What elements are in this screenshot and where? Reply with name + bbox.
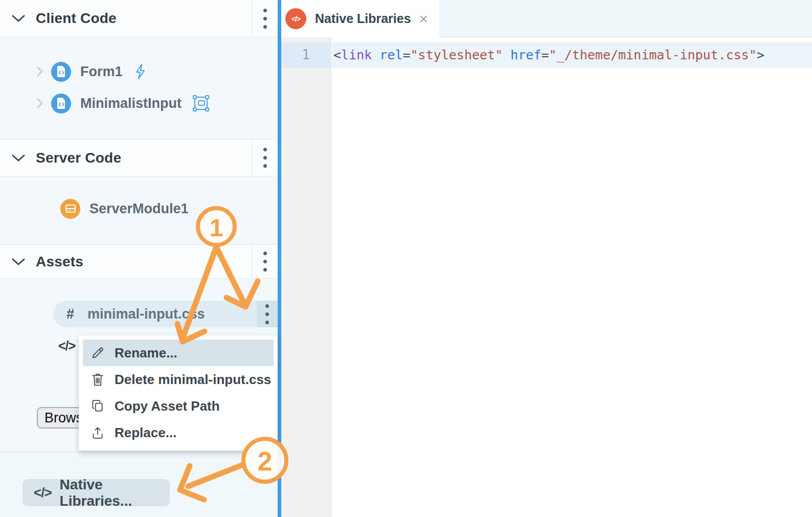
menu-item-label: Copy Asset Path	[115, 398, 220, 414]
client-code-kebab-zone	[252, 0, 278, 37]
tree-item-minimalistinput[interactable]: MinimalistInput	[36, 91, 209, 116]
tree-item-label: ServerModule1	[89, 201, 189, 217]
sidebar: Client Code Form1	[0, 0, 278, 517]
code-token: href	[510, 48, 541, 62]
code-token: "stylesheet"	[411, 48, 503, 62]
tab-bar	[439, 0, 812, 37]
tree-item-label: Form1	[80, 64, 123, 80]
kebab-menu-icon[interactable]	[263, 148, 267, 168]
form-file-icon	[51, 94, 71, 114]
code-token: link	[341, 48, 372, 62]
lightning-icon[interactable]	[134, 63, 147, 80]
server-code-kebab-zone	[252, 140, 278, 176]
code-token: =	[403, 48, 411, 62]
assets-kebab-zone	[252, 245, 278, 278]
design-view-icon[interactable]	[193, 95, 209, 111]
copy-icon	[90, 399, 105, 413]
tree-item-label: MinimalistInput	[80, 96, 182, 111]
menu-item-label: Replace...	[115, 425, 176, 441]
code-token: <	[333, 48, 341, 62]
native-libraries-tab-icon: </>	[285, 8, 306, 29]
menu-item-replace[interactable]: Replace...	[83, 419, 274, 446]
chevron-right-icon[interactable]	[36, 97, 45, 109]
upload-icon	[90, 425, 105, 440]
section-header-client-code[interactable]: Client Code	[0, 0, 278, 37]
code-token	[503, 48, 510, 62]
chevron-down-icon[interactable]	[11, 14, 26, 23]
chevron-down-icon[interactable]	[11, 153, 26, 163]
asset-label: minimal-input.css	[87, 306, 205, 322]
code-line-1[interactable]: <link rel="stylesheet" href="_/theme/min…	[333, 42, 764, 68]
chevron-down-icon[interactable]	[11, 257, 26, 266]
css-hash-icon: #	[66, 306, 74, 322]
trash-icon	[90, 372, 105, 387]
menu-item-label: Rename...	[115, 345, 177, 361]
section-header-assets[interactable]: Assets	[0, 244, 278, 279]
server-module-icon	[60, 199, 80, 219]
code-token: =	[541, 48, 549, 62]
menu-item-delete[interactable]: Delete minimal-input.css	[83, 366, 274, 393]
tree-item-form1[interactable]: Form1	[36, 59, 147, 84]
section-title-assets: Assets	[36, 254, 83, 270]
kebab-menu-icon[interactable]	[265, 304, 269, 324]
code-token	[372, 48, 379, 62]
chevron-right-icon[interactable]	[36, 65, 45, 78]
section-title-client-code: Client Code	[36, 10, 117, 27]
kebab-menu-icon[interactable]	[263, 252, 267, 272]
tree-item-servermodule1[interactable]: ServerModule1	[60, 196, 189, 221]
kebab-menu-icon[interactable]	[263, 9, 267, 29]
section-title-server-code: Server Code	[36, 150, 121, 166]
code-token: >	[757, 48, 764, 62]
line-number: 1	[281, 42, 310, 68]
asset-kebab-button[interactable]	[257, 301, 278, 327]
section-header-server-code[interactable]: Server Code	[0, 139, 278, 176]
asset-context-menu: Rename... Delete minimal-input.css Co	[79, 335, 278, 451]
menu-item-copy-asset-path[interactable]: Copy Asset Path	[83, 393, 274, 419]
native-libraries-button[interactable]: </> Native Libraries...	[22, 479, 170, 506]
editor-gutter	[281, 37, 331, 517]
menu-item-rename[interactable]: Rename...	[83, 340, 274, 366]
tab-native-libraries[interactable]: </> Native Libraries ×	[281, 0, 439, 37]
pencil-icon	[90, 346, 105, 360]
sidebar-bottom-strip: </> Native Libraries...	[0, 452, 278, 517]
menu-item-label: Delete minimal-input.css	[115, 372, 271, 388]
code-token: "_/theme/minimal-input.css"	[549, 48, 757, 62]
asset-row-minimal-input-css[interactable]: # minimal-input.css	[53, 301, 257, 327]
app-window: Client Code Form1	[0, 0, 812, 517]
code-icon: </>	[34, 485, 52, 501]
tab-title: Native Libraries	[315, 11, 411, 26]
close-icon[interactable]: ×	[419, 11, 428, 27]
code-editor[interactable]: 1 <link rel="stylesheet" href="_/theme/m…	[281, 37, 812, 517]
code-token: rel	[379, 48, 402, 62]
sidebar-editor-divider[interactable]	[278, 0, 281, 517]
form-file-icon	[51, 62, 71, 82]
code-asset-icon: </>	[58, 339, 75, 353]
native-libraries-label: Native Libraries...	[60, 477, 170, 509]
